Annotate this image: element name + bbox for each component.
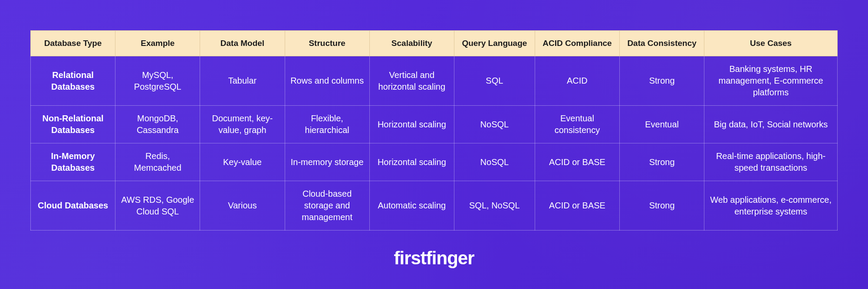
cell: In-memory storage	[285, 143, 369, 181]
table-row: Cloud Databases AWS RDS, Google Cloud SQ…	[31, 181, 838, 231]
cell: ACID or BASE	[535, 181, 619, 231]
cell: Rows and columns	[285, 56, 369, 106]
cell: SQL	[454, 56, 535, 106]
cell: Eventual consistency	[535, 106, 619, 143]
cell: Various	[200, 181, 285, 231]
cell: Key-value	[200, 143, 285, 181]
cell: Eventual	[620, 106, 704, 143]
table-row: Relational Databases MySQL, PostgreSQL T…	[31, 56, 838, 106]
cell: Horizontal scaling	[369, 106, 454, 143]
cell: Strong	[620, 143, 704, 181]
cell: Horizontal scaling	[369, 143, 454, 181]
table-row: In-Memory Databases Redis, Memcached Key…	[31, 143, 838, 181]
cell: Strong	[620, 56, 704, 106]
cell: Document, key-value, graph	[200, 106, 285, 143]
col-header: Data Consistency	[620, 31, 704, 56]
col-header: Example	[115, 31, 200, 56]
cell: Strong	[620, 181, 704, 231]
cell: Redis, Memcached	[115, 143, 200, 181]
cell: Tabular	[200, 56, 285, 106]
database-comparison-table: Database Type Example Data Model Structu…	[30, 30, 838, 231]
cell: SQL, NoSQL	[454, 181, 535, 231]
col-header: Query Language	[454, 31, 535, 56]
row-head: In-Memory Databases	[31, 143, 115, 181]
cell: Banking systems, HR management, E-commer…	[704, 56, 838, 106]
cell: Real-time applications, high-speed trans…	[704, 143, 838, 181]
row-head: Cloud Databases	[31, 181, 115, 231]
cell: Automatic scaling	[369, 181, 454, 231]
col-header: Scalability	[369, 31, 454, 56]
cell: ACID or BASE	[535, 143, 619, 181]
cell: NoSQL	[454, 106, 535, 143]
row-head: Non-Relational Databases	[31, 106, 115, 143]
col-header: Data Model	[200, 31, 285, 56]
cell: Big data, IoT, Social networks	[704, 106, 838, 143]
cell: AWS RDS, Google Cloud SQL	[115, 181, 200, 231]
cell: NoSQL	[454, 143, 535, 181]
col-header: Structure	[285, 31, 369, 56]
row-head: Relational Databases	[31, 56, 115, 106]
cell: Flexible, hierarchical	[285, 106, 369, 143]
col-header: ACID Compliance	[535, 31, 619, 56]
brand-logo: firstfinger	[394, 248, 474, 269]
cell: Cloud-based storage and management	[285, 181, 369, 231]
cell: MySQL, PostgreSQL	[115, 56, 200, 106]
cell: Web applications, e-commerce, enterprise…	[704, 181, 838, 231]
brand-text: firstfinger	[394, 248, 474, 269]
table-header-row: Database Type Example Data Model Structu…	[31, 31, 838, 56]
col-header: Use Cases	[704, 31, 838, 56]
cell: ACID	[535, 56, 619, 106]
cell: Vertical and horizontal scaling	[369, 56, 454, 106]
cell: MongoDB, Cassandra	[115, 106, 200, 143]
table-row: Non-Relational Databases MongoDB, Cassan…	[31, 106, 838, 143]
col-header: Database Type	[31, 31, 115, 56]
